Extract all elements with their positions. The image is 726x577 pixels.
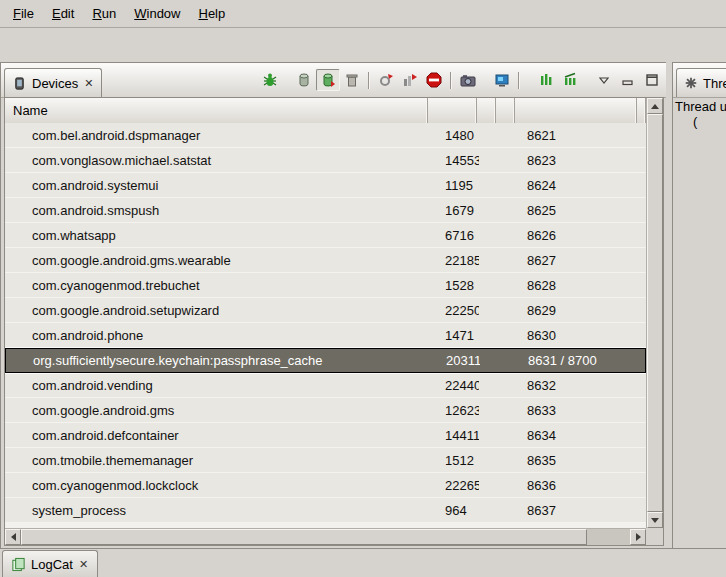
scroll-right-button[interactable] <box>630 529 646 545</box>
debug-process-icon[interactable] <box>258 69 282 91</box>
scroll-down-button[interactable] <box>647 512 663 528</box>
table-row[interactable]: com.whatsapp 6716 8626 <box>5 223 646 248</box>
tab-threads-label: Threads <box>703 76 726 91</box>
devices-toolbar <box>258 63 667 97</box>
cell-pid: 12623 <box>429 403 479 418</box>
tab-logcat[interactable]: LogCat ✕ <box>2 550 98 577</box>
horizontal-scroll-thumb[interactable] <box>21 529 587 545</box>
cell-port: 8631 / 8700 <box>518 353 640 368</box>
table-row[interactable]: com.android.systemui 1195 8624 <box>5 173 646 198</box>
update-threads-icon[interactable] <box>374 69 398 91</box>
logcat-strip: LogCat ✕ <box>0 548 726 577</box>
column-header-pid[interactable] <box>428 98 478 123</box>
table-row[interactable]: com.google.android.gms.wearable 22185 86… <box>5 248 646 273</box>
table-row[interactable]: org.sufficientlysecure.keychain:passphra… <box>5 348 646 373</box>
cell-port: 8637 <box>517 503 639 518</box>
cell-name: com.google.android.setupwizard <box>5 303 429 318</box>
menu-item-file[interactable]: File <box>4 2 43 25</box>
close-logcat-tab-icon[interactable]: ✕ <box>78 558 89 571</box>
devices-panel: Devices ✕ <box>0 62 668 550</box>
cell-name: org.sufficientlysecure.keychain:passphra… <box>6 353 430 368</box>
table-row[interactable]: com.google.android.setupwizard 22250 862… <box>5 298 646 323</box>
cell-port: 8627 <box>517 253 639 268</box>
cell-port: 8628 <box>517 278 639 293</box>
minimize-view-icon[interactable] <box>616 69 640 91</box>
table-row[interactable]: system_process 964 8637 <box>5 498 646 523</box>
menu-item-run[interactable]: Run <box>83 2 125 25</box>
cell-port: 8625 <box>517 203 639 218</box>
horizontal-scrollbar[interactable] <box>5 528 646 545</box>
cell-pid: 22250 <box>429 303 479 318</box>
table-row[interactable]: com.tmobile.thememanager 1512 8635 <box>5 448 646 473</box>
cell-port: 8626 <box>517 228 639 243</box>
cell-name: com.whatsapp <box>5 228 429 243</box>
cause-gc-icon[interactable] <box>340 69 364 91</box>
tab-devices[interactable]: Devices ✕ <box>4 68 102 97</box>
cell-pid: 1480 <box>429 128 479 143</box>
vertical-scrollbar[interactable] <box>646 98 663 528</box>
cell-port: 8633 <box>517 403 639 418</box>
maximize-view-icon[interactable] <box>640 69 664 91</box>
cell-name: com.cyanogenmod.trebuchet <box>5 278 429 293</box>
table-row[interactable]: com.cyanogenmod.lockclock 22265 8636 <box>5 473 646 498</box>
devices-tabbar: Devices ✕ <box>1 63 667 98</box>
menu-item-edit[interactable]: Edit <box>43 2 83 25</box>
cell-port: 8624 <box>517 178 639 193</box>
cell-name: com.tmobile.thememanager <box>5 453 429 468</box>
tab-threads[interactable]: Threads ✕ <box>676 68 726 97</box>
scrollbar-corner <box>646 528 663 545</box>
table-row[interactable]: com.google.android.gms 12623 8633 <box>5 398 646 423</box>
table-row[interactable]: com.vonglasow.michael.satstat 14553 8623 <box>5 148 646 173</box>
cell-pid: 1679 <box>429 203 479 218</box>
table-header: Name <box>5 98 646 124</box>
cell-pid: 20311 <box>430 353 480 368</box>
view-menu-icon[interactable] <box>592 69 616 91</box>
menu-item-window[interactable]: Window <box>125 2 189 25</box>
threads-icon <box>684 76 698 90</box>
table-row[interactable]: com.bel.android.dspmanager 1480 8621 <box>5 123 646 148</box>
cell-name: com.android.smspush <box>5 203 429 218</box>
table-row[interactable]: com.cyanogenmod.trebuchet 1528 8628 <box>5 273 646 298</box>
scroll-left-button[interactable] <box>5 529 21 545</box>
column-header-a[interactable] <box>477 98 496 123</box>
hierarchy-view-icon[interactable] <box>558 69 582 91</box>
cell-port: 8630 <box>517 328 639 343</box>
cell-port: 8621 <box>517 128 639 143</box>
scroll-up-button[interactable] <box>647 98 663 114</box>
menu-item-help[interactable]: Help <box>189 2 234 25</box>
cell-pid: 1195 <box>429 178 479 193</box>
stop-process-icon[interactable] <box>422 69 446 91</box>
cell-pid: 22265 <box>429 478 479 493</box>
tree-view-icon[interactable] <box>534 69 558 91</box>
logcat-icon <box>11 557 26 572</box>
start-method-profiling-icon[interactable] <box>398 69 422 91</box>
horizontal-scroll-track[interactable] <box>21 529 630 545</box>
column-header-port[interactable] <box>515 98 637 123</box>
cell-name: system_process <box>5 503 429 518</box>
table-row[interactable]: com.android.phone 1471 8630 <box>5 323 646 348</box>
close-devices-tab-icon[interactable]: ✕ <box>83 77 94 90</box>
update-heap-icon[interactable] <box>292 69 316 91</box>
column-header-b[interactable] <box>496 98 515 123</box>
table-row[interactable]: com.android.vending 22440 8632 <box>5 373 646 398</box>
screen-capture-icon[interactable] <box>456 69 480 91</box>
toolbar-strip <box>0 28 726 61</box>
cell-name: com.google.android.gms.wearable <box>5 253 429 268</box>
cell-name: com.vonglasow.michael.satstat <box>5 153 429 168</box>
vertical-scroll-track[interactable] <box>647 114 663 512</box>
vertical-scroll-thumb[interactable] <box>647 114 663 512</box>
cell-pid: 14411 <box>429 428 479 443</box>
threads-message-line1: Thread up <box>673 99 726 114</box>
column-header-name[interactable]: Name <box>5 98 428 123</box>
table-body: com.bel.android.dspmanager 1480 8621 com… <box>5 123 646 528</box>
cell-name: com.google.android.gms <box>5 403 429 418</box>
cell-port: 8634 <box>517 428 639 443</box>
cell-pid: 1528 <box>429 278 479 293</box>
dump-hprof-icon[interactable] <box>316 69 340 91</box>
table-row[interactable]: com.android.smspush 1679 8625 <box>5 198 646 223</box>
cell-pid: 14553 <box>429 153 479 168</box>
table-row[interactable]: com.android.defcontainer 14411 8634 <box>5 423 646 448</box>
ddms-window: FileEditRunWindowHelp Devices ✕ <box>0 0 726 577</box>
cell-pid: 964 <box>429 503 479 518</box>
capture-video-icon[interactable] <box>490 69 514 91</box>
